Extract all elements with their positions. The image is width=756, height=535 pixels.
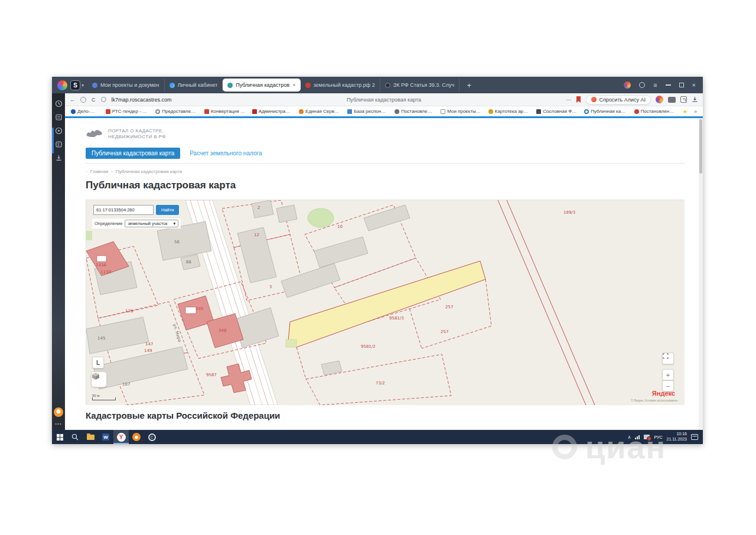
measure-tool-button[interactable]: L xyxy=(92,357,104,368)
tray-expand-icon[interactable]: ∧ xyxy=(628,435,631,440)
tab-land-code[interactable]: ЗК РФ Статья 39.3. Случ xyxy=(380,79,460,92)
bookmark-item[interactable]: Постановления I xyxy=(634,109,676,114)
bookmark-item[interactable]: Публичная кадас xyxy=(584,109,627,114)
close-tab-icon[interactable]: × xyxy=(292,82,295,88)
bookmark-item[interactable]: Мои проекты др xyxy=(441,109,481,114)
taskbar: W Y C ∧ РУС 10:16 21.11.2023 xyxy=(52,430,703,444)
bookmark-item[interactable]: Сословная ФИС xyxy=(536,109,578,114)
network-icon[interactable] xyxy=(635,435,640,439)
cadastral-map[interactable]: 143А 113Л 178 147 149 345 348 9587 2 12 xyxy=(86,200,684,404)
bookmark-item[interactable]: Постановление xyxy=(395,109,434,114)
share-icon[interactable] xyxy=(680,96,687,103)
select-value: земельный участок xyxy=(128,221,167,226)
map-filter: Определение земельный участок ▾ xyxy=(92,218,181,229)
zoom-in-button[interactable]: + xyxy=(662,369,674,380)
tray-app-badge-icon[interactable] xyxy=(644,435,650,439)
layers-button[interactable] xyxy=(91,371,107,387)
map-label: 348 xyxy=(219,328,226,333)
bookmark-item[interactable]: База респонден xyxy=(347,109,388,114)
clock[interactable]: 10:16 21.11.2023 xyxy=(666,432,687,442)
scrollbar-thumb[interactable] xyxy=(699,119,702,174)
page-scrollbar[interactable] xyxy=(699,118,703,430)
tab-land-cadastre[interactable]: земельный кадастр.рф 2 xyxy=(301,79,380,92)
tab-personal-cabinet[interactable]: Личный кабинет xyxy=(165,79,223,92)
site-info-icon[interactable] xyxy=(101,97,106,102)
map-label: 257 xyxy=(441,330,448,334)
tab-group-button[interactable]: S xyxy=(70,80,80,90)
action-center-icon[interactable] xyxy=(691,434,698,440)
date-label: 21.11.2023 xyxy=(666,437,687,442)
taskbar-search-button[interactable] xyxy=(67,430,83,444)
history-icon[interactable] xyxy=(55,100,63,107)
orange-app-icon xyxy=(132,433,141,441)
yandex-icon: Y xyxy=(117,433,126,442)
downloads-icon[interactable] xyxy=(55,154,63,162)
yandex-logo[interactable]: Яндекс xyxy=(652,390,675,397)
extension-icon[interactable] xyxy=(668,97,676,103)
map-label: 66 xyxy=(186,260,191,265)
bookmark-item[interactable]: РТС-тендер - эле xyxy=(106,109,149,114)
word-button[interactable]: W xyxy=(98,430,113,444)
url-text[interactable]: lk7map.roscacastres.com xyxy=(112,97,172,103)
s-panel-icon[interactable] xyxy=(55,141,63,148)
tab-projects[interactable]: Мои проекты и докумен xyxy=(87,79,165,92)
bookmark-item[interactable]: Конвертация =D xyxy=(204,109,246,114)
rail-more-icon[interactable]: ••• xyxy=(52,421,65,426)
bookmark-icon xyxy=(634,109,639,114)
star-icon[interactable]: ★ xyxy=(683,109,687,115)
browser-logo-icon[interactable] xyxy=(57,80,67,90)
close-button[interactable]: × xyxy=(692,82,696,89)
tab-favicon xyxy=(227,83,233,88)
bookmark-item[interactable]: Единая Сервисн xyxy=(299,109,341,114)
map-label: 113Л xyxy=(100,270,112,275)
chevron-down-icon[interactable]: ▾ xyxy=(82,83,84,88)
c-app-icon: C xyxy=(148,433,156,441)
cadastral-number-input[interactable] xyxy=(93,205,154,215)
yandex-browser-button[interactable]: Y xyxy=(113,430,129,444)
orange-app-button[interactable] xyxy=(129,430,144,444)
sync-icon[interactable] xyxy=(639,82,645,88)
search-icon xyxy=(71,433,79,441)
new-tab-button[interactable]: + xyxy=(464,81,474,90)
alice-assistant-icon[interactable] xyxy=(54,407,63,417)
profile-panel-icon[interactable] xyxy=(55,127,63,135)
nav-cadastral-map-button[interactable]: Публичная кадастровая карта xyxy=(86,148,180,159)
shield-icon[interactable] xyxy=(80,97,86,103)
maximize-button[interactable] xyxy=(679,83,684,87)
c-app-button[interactable]: C xyxy=(144,430,159,444)
bookmark-flag-icon[interactable] xyxy=(576,96,581,103)
bookmarks-bar: Дело-Web РТС-тендер - эле Предоставление… xyxy=(65,106,703,116)
bookmark-item[interactable]: Картотека арбит xyxy=(488,109,530,114)
language-indicator[interactable]: РУС xyxy=(654,435,662,439)
feed-icon[interactable] xyxy=(55,113,63,121)
web-page: ПОРТАЛ О КАДАСТРЕ, НЕДВИЖИМОСТИ В РФ Пуб… xyxy=(65,118,703,430)
map-label: 10 xyxy=(337,224,343,229)
browser-profile-icon[interactable] xyxy=(624,81,631,89)
back-icon[interactable]: ← xyxy=(70,97,75,103)
breadcrumb-home[interactable]: Главная xyxy=(90,169,108,174)
minimize-button[interactable] xyxy=(666,84,671,86)
map-label: 187 xyxy=(122,382,130,387)
bookmarks-overflow-icon[interactable]: » xyxy=(694,109,697,115)
object-type-select[interactable]: земельный участок ▾ xyxy=(125,220,178,227)
start-button[interactable] xyxy=(52,430,67,444)
download-icon[interactable] xyxy=(692,96,698,103)
nav-land-tax-link[interactable]: Расчет земельного налога xyxy=(190,150,262,156)
file-explorer-button[interactable] xyxy=(83,430,98,444)
bookmark-item[interactable]: Администрация xyxy=(252,109,292,114)
tab-cadastral-map-active[interactable]: Публичная кадастров × xyxy=(223,79,300,92)
avatar[interactable] xyxy=(656,96,663,103)
map-label: 9581/3 xyxy=(389,316,404,321)
reload-icon[interactable]: C xyxy=(92,97,96,103)
bookmark-item[interactable]: Дело-Web xyxy=(71,109,99,114)
more-icon[interactable]: ⋯ xyxy=(566,97,571,103)
bookmark-icon xyxy=(204,109,209,114)
map-label: 145 xyxy=(97,336,105,341)
bookmark-item[interactable]: Предоставление xyxy=(155,109,198,114)
find-button[interactable]: Найти xyxy=(156,205,179,215)
ask-alice-button[interactable]: Спросить Алису AI xyxy=(586,95,651,105)
map-label: 257 xyxy=(445,305,453,309)
fullscreen-button[interactable] xyxy=(662,353,674,364)
tab-bar: S ▾ Мои проекты и докумен Личный кабинет… xyxy=(52,77,703,93)
menu-icon[interactable]: ≡ xyxy=(653,82,657,89)
